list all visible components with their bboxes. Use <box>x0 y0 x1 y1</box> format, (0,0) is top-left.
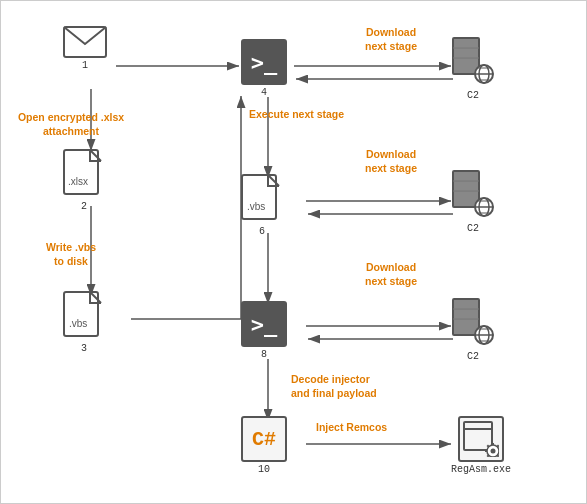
node-11-sublabel: RegAsm.exe <box>451 464 511 475</box>
node-2-label: 2 <box>81 201 87 212</box>
annotation-write-vbs: Write .vbsto disk <box>6 241 136 268</box>
svg-text:.vbs: .vbs <box>247 201 265 212</box>
node-vbs-mid: .vbs 6 <box>241 174 283 237</box>
node-email: 1 <box>63 26 107 71</box>
node-server-9: C2 <box>451 297 495 362</box>
server-5-icon <box>451 36 495 88</box>
annotation-download-3: Downloadnext stage <box>336 261 446 288</box>
diagram: 1 .xlsx 2 .vbs 3 >_ 4 <box>0 0 587 504</box>
svg-line-57 <box>497 455 498 456</box>
svg-line-56 <box>487 445 488 446</box>
node-9-sublabel: C2 <box>467 351 479 362</box>
svg-line-59 <box>487 455 488 456</box>
vbs-mid-icon: .vbs <box>241 174 283 224</box>
annotation-open-xlsx: Open encrypted .xlsx attachment <box>6 111 136 138</box>
regasm-icon <box>458 416 504 462</box>
node-server-7: C2 <box>451 169 495 234</box>
terminal-8-icon: >_ <box>241 301 287 347</box>
server-9-icon <box>451 297 495 349</box>
annotation-decode-inject: Decode injectorand final payload <box>291 373 461 400</box>
svg-point-51 <box>491 449 496 454</box>
annotation-download-1: Downloadnext stage <box>336 26 446 53</box>
svg-text:.xlsx: .xlsx <box>68 176 88 187</box>
annotation-inject-remcos: Inject Remcos <box>316 421 446 435</box>
svg-line-58 <box>497 445 498 446</box>
svg-rect-29 <box>242 175 276 219</box>
node-5-sublabel: C2 <box>467 90 479 101</box>
node-xlsx: .xlsx 2 <box>63 149 105 212</box>
annotation-download-2: Downloadnext stage <box>336 148 446 175</box>
terminal-4-icon: >_ <box>241 39 287 85</box>
svg-rect-21 <box>453 38 479 74</box>
svg-rect-40 <box>453 299 479 335</box>
node-6-label: 6 <box>259 226 265 237</box>
annotation-execute-next: Execute next stage <box>249 108 399 122</box>
svg-rect-18 <box>64 292 98 336</box>
node-4-label: 4 <box>261 87 267 98</box>
svg-rect-15 <box>64 150 98 194</box>
svg-text:.vbs: .vbs <box>69 318 87 329</box>
node-3-label: 3 <box>81 343 87 354</box>
email-icon <box>63 26 107 58</box>
vbs-file-icon: .vbs <box>63 291 105 341</box>
csharp-icon: C# <box>241 416 287 462</box>
server-7-icon <box>451 169 495 221</box>
node-vbs-file: .vbs 3 <box>63 291 105 354</box>
node-10-label: 10 <box>258 464 270 475</box>
xlsx-icon: .xlsx <box>63 149 105 199</box>
node-1-label: 1 <box>82 60 88 71</box>
node-server-5: C2 <box>451 36 495 101</box>
svg-rect-32 <box>453 171 479 207</box>
node-csharp: C# 10 <box>241 416 287 475</box>
node-terminal-4: >_ 4 <box>241 39 287 98</box>
node-7-sublabel: C2 <box>467 223 479 234</box>
node-8-label: 8 <box>261 349 267 360</box>
node-terminal-8: >_ 8 <box>241 301 287 360</box>
node-regasm: RegAsm.exe <box>451 416 511 475</box>
